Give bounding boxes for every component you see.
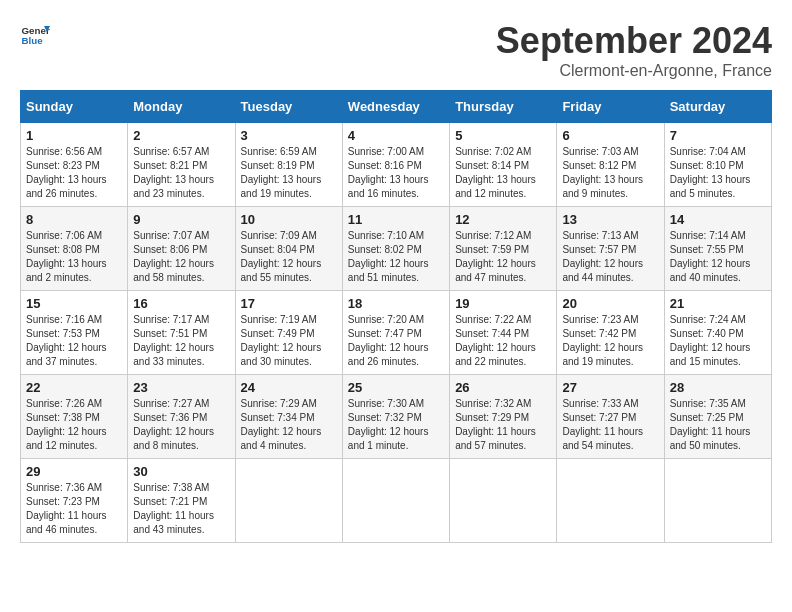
day-info: Sunrise: 7:24 AM Sunset: 7:40 PM Dayligh…: [670, 313, 766, 369]
table-row: 7Sunrise: 7:04 AM Sunset: 8:10 PM Daylig…: [664, 123, 771, 207]
table-row: 5Sunrise: 7:02 AM Sunset: 8:14 PM Daylig…: [450, 123, 557, 207]
logo: General Blue: [20, 20, 50, 50]
table-row: 25Sunrise: 7:30 AM Sunset: 7:32 PM Dayli…: [342, 375, 449, 459]
day-number: 25: [348, 380, 444, 395]
table-row: 28Sunrise: 7:35 AM Sunset: 7:25 PM Dayli…: [664, 375, 771, 459]
col-tuesday: Tuesday: [235, 91, 342, 123]
day-info: Sunrise: 7:27 AM Sunset: 7:36 PM Dayligh…: [133, 397, 229, 453]
day-info: Sunrise: 7:20 AM Sunset: 7:47 PM Dayligh…: [348, 313, 444, 369]
col-friday: Friday: [557, 91, 664, 123]
day-number: 12: [455, 212, 551, 227]
day-info: Sunrise: 7:12 AM Sunset: 7:59 PM Dayligh…: [455, 229, 551, 285]
table-row: 15Sunrise: 7:16 AM Sunset: 7:53 PM Dayli…: [21, 291, 128, 375]
day-info: Sunrise: 7:29 AM Sunset: 7:34 PM Dayligh…: [241, 397, 337, 453]
day-number: 26: [455, 380, 551, 395]
table-row: 12Sunrise: 7:12 AM Sunset: 7:59 PM Dayli…: [450, 207, 557, 291]
day-info: Sunrise: 7:36 AM Sunset: 7:23 PM Dayligh…: [26, 481, 122, 537]
day-info: Sunrise: 7:26 AM Sunset: 7:38 PM Dayligh…: [26, 397, 122, 453]
table-row: 29Sunrise: 7:36 AM Sunset: 7:23 PM Dayli…: [21, 459, 128, 543]
table-row: 19Sunrise: 7:22 AM Sunset: 7:44 PM Dayli…: [450, 291, 557, 375]
day-info: Sunrise: 7:19 AM Sunset: 7:49 PM Dayligh…: [241, 313, 337, 369]
day-number: 8: [26, 212, 122, 227]
table-row: 1Sunrise: 6:56 AM Sunset: 8:23 PM Daylig…: [21, 123, 128, 207]
day-number: 13: [562, 212, 658, 227]
table-row: 10Sunrise: 7:09 AM Sunset: 8:04 PM Dayli…: [235, 207, 342, 291]
day-number: 27: [562, 380, 658, 395]
table-row: 6Sunrise: 7:03 AM Sunset: 8:12 PM Daylig…: [557, 123, 664, 207]
day-number: 29: [26, 464, 122, 479]
table-row: 17Sunrise: 7:19 AM Sunset: 7:49 PM Dayli…: [235, 291, 342, 375]
day-info: Sunrise: 7:10 AM Sunset: 8:02 PM Dayligh…: [348, 229, 444, 285]
day-number: 22: [26, 380, 122, 395]
table-row: 20Sunrise: 7:23 AM Sunset: 7:42 PM Dayli…: [557, 291, 664, 375]
day-number: 16: [133, 296, 229, 311]
day-info: Sunrise: 7:06 AM Sunset: 8:08 PM Dayligh…: [26, 229, 122, 285]
table-row: 3Sunrise: 6:59 AM Sunset: 8:19 PM Daylig…: [235, 123, 342, 207]
table-row: 23Sunrise: 7:27 AM Sunset: 7:36 PM Dayli…: [128, 375, 235, 459]
day-number: 7: [670, 128, 766, 143]
col-thursday: Thursday: [450, 91, 557, 123]
calendar-table: Sunday Monday Tuesday Wednesday Thursday…: [20, 90, 772, 543]
day-info: Sunrise: 7:30 AM Sunset: 7:32 PM Dayligh…: [348, 397, 444, 453]
table-row: 18Sunrise: 7:20 AM Sunset: 7:47 PM Dayli…: [342, 291, 449, 375]
table-row: [342, 459, 449, 543]
day-number: 4: [348, 128, 444, 143]
day-number: 28: [670, 380, 766, 395]
day-info: Sunrise: 7:09 AM Sunset: 8:04 PM Dayligh…: [241, 229, 337, 285]
table-row: [235, 459, 342, 543]
table-row: 8Sunrise: 7:06 AM Sunset: 8:08 PM Daylig…: [21, 207, 128, 291]
table-row: 4Sunrise: 7:00 AM Sunset: 8:16 PM Daylig…: [342, 123, 449, 207]
day-info: Sunrise: 7:35 AM Sunset: 7:25 PM Dayligh…: [670, 397, 766, 453]
calendar-week-row: 29Sunrise: 7:36 AM Sunset: 7:23 PM Dayli…: [21, 459, 772, 543]
day-number: 18: [348, 296, 444, 311]
day-info: Sunrise: 7:23 AM Sunset: 7:42 PM Dayligh…: [562, 313, 658, 369]
table-row: [664, 459, 771, 543]
day-info: Sunrise: 7:14 AM Sunset: 7:55 PM Dayligh…: [670, 229, 766, 285]
col-saturday: Saturday: [664, 91, 771, 123]
day-number: 24: [241, 380, 337, 395]
day-info: Sunrise: 7:16 AM Sunset: 7:53 PM Dayligh…: [26, 313, 122, 369]
day-info: Sunrise: 7:17 AM Sunset: 7:51 PM Dayligh…: [133, 313, 229, 369]
calendar-week-row: 8Sunrise: 7:06 AM Sunset: 8:08 PM Daylig…: [21, 207, 772, 291]
day-number: 2: [133, 128, 229, 143]
month-title: September 2024: [496, 20, 772, 62]
table-row: [450, 459, 557, 543]
day-info: Sunrise: 7:04 AM Sunset: 8:10 PM Dayligh…: [670, 145, 766, 201]
calendar-week-row: 22Sunrise: 7:26 AM Sunset: 7:38 PM Dayli…: [21, 375, 772, 459]
day-info: Sunrise: 7:00 AM Sunset: 8:16 PM Dayligh…: [348, 145, 444, 201]
day-info: Sunrise: 7:38 AM Sunset: 7:21 PM Dayligh…: [133, 481, 229, 537]
day-number: 6: [562, 128, 658, 143]
day-number: 9: [133, 212, 229, 227]
table-row: 13Sunrise: 7:13 AM Sunset: 7:57 PM Dayli…: [557, 207, 664, 291]
location-title: Clermont-en-Argonne, France: [496, 62, 772, 80]
day-number: 17: [241, 296, 337, 311]
day-info: Sunrise: 7:03 AM Sunset: 8:12 PM Dayligh…: [562, 145, 658, 201]
day-number: 23: [133, 380, 229, 395]
table-row: 22Sunrise: 7:26 AM Sunset: 7:38 PM Dayli…: [21, 375, 128, 459]
title-area: September 2024 Clermont-en-Argonne, Fran…: [496, 20, 772, 80]
table-row: 24Sunrise: 7:29 AM Sunset: 7:34 PM Dayli…: [235, 375, 342, 459]
day-number: 10: [241, 212, 337, 227]
logo-icon: General Blue: [20, 20, 50, 50]
table-row: 27Sunrise: 7:33 AM Sunset: 7:27 PM Dayli…: [557, 375, 664, 459]
table-row: 2Sunrise: 6:57 AM Sunset: 8:21 PM Daylig…: [128, 123, 235, 207]
day-number: 19: [455, 296, 551, 311]
day-number: 15: [26, 296, 122, 311]
day-number: 11: [348, 212, 444, 227]
header: General Blue September 2024 Clermont-en-…: [20, 20, 772, 80]
table-row: 26Sunrise: 7:32 AM Sunset: 7:29 PM Dayli…: [450, 375, 557, 459]
day-number: 20: [562, 296, 658, 311]
svg-text:Blue: Blue: [22, 35, 44, 46]
day-info: Sunrise: 7:07 AM Sunset: 8:06 PM Dayligh…: [133, 229, 229, 285]
day-number: 21: [670, 296, 766, 311]
col-wednesday: Wednesday: [342, 91, 449, 123]
calendar-week-row: 15Sunrise: 7:16 AM Sunset: 7:53 PM Dayli…: [21, 291, 772, 375]
col-monday: Monday: [128, 91, 235, 123]
day-info: Sunrise: 6:59 AM Sunset: 8:19 PM Dayligh…: [241, 145, 337, 201]
day-info: Sunrise: 7:13 AM Sunset: 7:57 PM Dayligh…: [562, 229, 658, 285]
day-info: Sunrise: 7:33 AM Sunset: 7:27 PM Dayligh…: [562, 397, 658, 453]
table-row: 21Sunrise: 7:24 AM Sunset: 7:40 PM Dayli…: [664, 291, 771, 375]
table-row: 30Sunrise: 7:38 AM Sunset: 7:21 PM Dayli…: [128, 459, 235, 543]
day-headers-row: Sunday Monday Tuesday Wednesday Thursday…: [21, 91, 772, 123]
day-number: 14: [670, 212, 766, 227]
